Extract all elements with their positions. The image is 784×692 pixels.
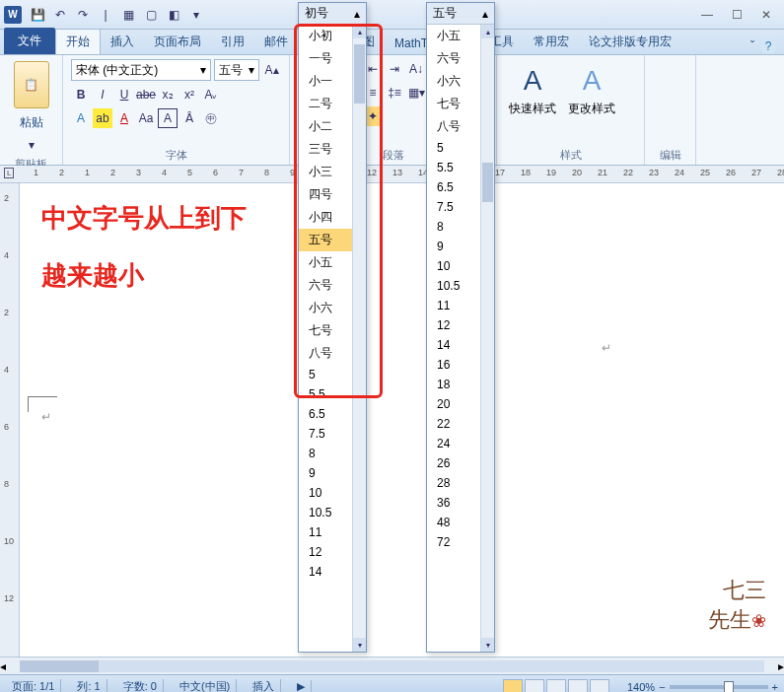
para-mark-icon: ↵	[41, 410, 51, 424]
grow-font-icon[interactable]: A▴	[262, 60, 281, 80]
text-highlight-button[interactable]: A	[71, 108, 91, 128]
scroll-down-icon[interactable]: ▾	[353, 638, 366, 652]
ruler-horizontal[interactable]: L 12123456789101112131415161718192021222…	[0, 166, 784, 183]
tab-selector[interactable]: L	[4, 168, 14, 178]
view-outline[interactable]	[568, 679, 588, 693]
quick-styles-label: 快速样式	[509, 101, 556, 117]
indent-inc-icon[interactable]: ⇥	[385, 59, 404, 79]
ribbon: 📋 粘贴 ▾ 剪贴板 宋体 (中文正文)▾ 五号▾ A▴ B I U abe x…	[0, 55, 784, 166]
view-print-layout[interactable]	[503, 679, 523, 693]
ruler-tick: 6	[213, 168, 218, 177]
tab-macros[interactable]: 常用宏	[524, 30, 579, 54]
ruler-tick: 27	[751, 168, 761, 177]
status-macro-icon[interactable]: ▶	[291, 680, 312, 692]
status-insert-mode[interactable]: 插入	[247, 679, 281, 692]
change-case-button[interactable]: Aa	[136, 108, 156, 128]
text-effects-button[interactable]: Aᵥ	[201, 85, 221, 104]
tab-insert[interactable]: 插入	[101, 30, 144, 54]
scroll-thumb[interactable]	[482, 163, 493, 202]
scroll-down-icon[interactable]: ▾	[481, 638, 494, 652]
ruler-vertical[interactable]: 2424681012	[0, 183, 20, 657]
change-styles-button[interactable]: A 更改样式	[564, 59, 619, 122]
dropdown-scrollbar[interactable]: ▴ ▾	[352, 25, 366, 652]
doc-text-line1: 中文字号从上到下	[41, 201, 247, 236]
chevron-up-icon[interactable]: ▴	[354, 7, 360, 21]
font-family-select[interactable]: 宋体 (中文正文)▾	[71, 59, 211, 81]
status-wordcount[interactable]: 字数: 0	[117, 679, 164, 692]
view-web[interactable]	[546, 679, 566, 693]
tab-layout[interactable]: 页面布局	[144, 30, 211, 54]
scroll-track[interactable]	[20, 660, 764, 672]
font-color-button[interactable]: A	[114, 108, 134, 128]
redo-icon[interactable]: ↷	[73, 5, 93, 25]
undo-icon[interactable]: ↶	[50, 5, 70, 25]
close-button[interactable]: ✕	[752, 5, 780, 25]
bold-button[interactable]: B	[71, 85, 91, 104]
paste-icon[interactable]: 📋	[14, 61, 49, 108]
tab-home[interactable]: 开始	[55, 29, 101, 54]
paste-label: 粘贴	[8, 114, 54, 131]
shading-button[interactable]: ▦▾	[406, 83, 426, 103]
underline-button[interactable]: U	[114, 85, 134, 104]
italic-button[interactable]: I	[93, 85, 112, 104]
sort-icon[interactable]: A↓	[406, 59, 426, 79]
scroll-right-icon[interactable]: ▸	[778, 659, 784, 673]
zoom-slider[interactable]	[670, 685, 768, 689]
ribbon-min-icon[interactable]: ˇ	[750, 39, 754, 53]
shape-icon[interactable]: ◧	[164, 5, 183, 25]
font-size-select[interactable]: 五号▾	[214, 59, 259, 81]
save-icon[interactable]: 💾	[28, 5, 47, 25]
help-icon[interactable]: ?	[760, 38, 776, 54]
group-styles: A 快速样式 A 更改样式 样式	[497, 55, 645, 165]
scroll-thumb[interactable]	[354, 44, 365, 104]
zoom-value[interactable]: 140%	[627, 681, 655, 693]
scroll-left-icon[interactable]: ◂	[0, 659, 6, 673]
chevron-up-icon[interactable]: ▴	[482, 7, 488, 21]
tab-references[interactable]: 引用	[211, 30, 254, 54]
view-draft[interactable]	[590, 679, 609, 693]
zoom-in-icon[interactable]: +	[772, 681, 778, 693]
status-column[interactable]: 列: 1	[71, 679, 107, 692]
dropdown-header-value: 初号	[305, 5, 328, 22]
tab-mail[interactable]: 邮件	[254, 30, 298, 54]
page-content[interactable]: 中文字号从上到下 越来越小 ↵ ↵ 七三 先生❀	[20, 183, 784, 657]
subscript-button[interactable]: x₂	[158, 85, 178, 104]
dropdown-scrollbar[interactable]: ▴ ▾	[480, 25, 494, 652]
superscript-button[interactable]: x²	[179, 85, 199, 104]
view-fullscreen[interactable]	[525, 679, 544, 693]
ruler-tick: 22	[623, 168, 633, 177]
tab-file[interactable]: 文件	[4, 28, 55, 54]
separator: |	[96, 5, 115, 25]
dropdown-list[interactable]: 小初一号小一二号小二三号小三四号小四五号小五六号小六七号八号55.56.57.5…	[299, 25, 366, 652]
scroll-up-icon[interactable]: ▴	[353, 25, 366, 38]
zoom-slider-knob[interactable]	[724, 681, 734, 693]
ruler-tick: 17	[495, 168, 505, 177]
group-font: 宋体 (中文正文)▾ 五号▾ A▴ B I U abe x₂ x² Aᵥ A a…	[63, 55, 290, 165]
scroll-thumb[interactable]	[20, 660, 99, 672]
paste-dropdown[interactable]: ▾	[22, 135, 41, 155]
enclose-char-button[interactable]: ㊥	[201, 108, 221, 128]
status-language[interactable]: 中文(中国)	[174, 679, 237, 692]
char-border-button[interactable]: A	[158, 108, 178, 128]
quick-styles-button[interactable]: A 快速样式	[505, 59, 560, 122]
char-shading-button[interactable]: Ȃ	[179, 108, 199, 128]
minimize-button[interactable]: —	[693, 5, 721, 25]
tab-thesis-macros[interactable]: 论文排版专用宏	[579, 30, 681, 54]
ruler-tick: 28	[777, 168, 784, 177]
horizontal-scrollbar[interactable]: ◂ ▸	[0, 657, 784, 674]
dropdown-list[interactable]: 小五六号小六七号八号55.56.57.5891010.5111214161820…	[427, 25, 494, 652]
strike-button[interactable]: abe	[136, 85, 156, 104]
table-icon[interactable]: ▦	[118, 5, 138, 25]
zoom-out-icon[interactable]: −	[659, 681, 665, 693]
doc-text-line2: 越来越小	[41, 258, 144, 293]
line-spacing-button[interactable]: ‡≡	[385, 83, 404, 103]
scroll-up-icon[interactable]: ▴	[481, 25, 494, 38]
zoom-control: 140% − +	[627, 681, 778, 693]
qat-dropdown-icon[interactable]: ▾	[186, 5, 206, 25]
status-page[interactable]: 页面: 1/1	[6, 679, 61, 692]
object-icon[interactable]: ▢	[141, 5, 161, 25]
highlight-color-button[interactable]: ab	[93, 108, 112, 128]
ruler-tick: 4	[4, 365, 9, 375]
maximize-button[interactable]: ☐	[723, 5, 750, 25]
ruler-tick: 24	[675, 168, 684, 177]
